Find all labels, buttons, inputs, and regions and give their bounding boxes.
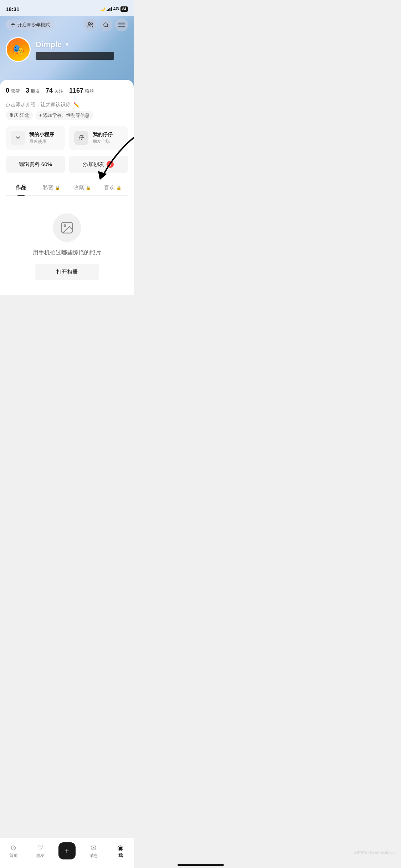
zaizai-icon: 仔 [74,131,88,145]
quick-action-mini-programs[interactable]: ✳ 我的小程序 最近使用 [6,126,65,150]
username: Dimple [36,40,62,49]
header-nav: ☂ 开启青少年模式 [6,19,128,31]
notification-badge: 1 [107,161,114,168]
zaizai-subtitle: 朋友广场 [93,139,113,145]
mini-programs-icon: ✳ [11,131,25,145]
lock-icon-like: 🔒 [116,185,122,190]
avatar-container[interactable]: 🎭 [6,37,31,62]
user-id-bar [36,52,114,60]
stat-friends[interactable]: 3 朋友 [26,87,40,94]
lock-icon-collect: 🔒 [86,185,91,190]
status-icons: 🌙 4G 84 [100,6,128,12]
bio-text[interactable]: 点击添加介绍，让大家认识你 ✏️ [6,102,128,108]
following-label: 关注 [54,88,63,94]
search-icon-button[interactable] [99,19,112,31]
dropdown-icon[interactable]: ▼ [65,42,70,47]
bio-placeholder: 点击添加介绍，让大家认识你 [6,102,71,108]
lock-icon-private: 🔒 [55,185,60,190]
action-buttons: 编辑资料 60% 添加朋友 1 [6,156,128,173]
quick-actions: ✳ 我的小程序 最近使用 仔 我的仔仔 朋友广场 [6,126,128,150]
tab-collect[interactable]: 收藏 🔒 [67,180,98,195]
stat-likes[interactable]: 0 获赞 [6,87,20,94]
empty-icon-circle [53,213,81,242]
svg-point-1 [91,23,93,25]
teen-mode-label: 开启青少年模式 [17,22,50,28]
add-tag-button[interactable]: + 添加学校、性别等信息 [36,111,93,120]
moon-icon: 🌙 [100,6,105,11]
username-row: Dimple ▼ [36,40,128,49]
tab-private-label: 私密 [43,184,53,191]
mini-programs-title: 我的小程序 [29,131,54,138]
stat-fans[interactable]: 1167 粉丝 [69,87,94,94]
edit-profile-button[interactable]: 编辑资料 60% [6,156,65,173]
tab-private[interactable]: 私密 🔒 [36,180,67,195]
bio-section: 点击添加介绍，让大家认识你 ✏️ 重庆·江北 + 添加学校、性别等信息 [6,102,128,120]
status-time: 18:31 [6,6,19,12]
tab-works[interactable]: 作品 [6,180,36,195]
avatar: 🎭 [6,37,31,62]
empty-state: 用手机拍过哪些惊艳的照片 打开相册 [6,206,128,288]
signal-icon [107,7,112,11]
nav-icons [84,19,128,31]
svg-point-2 [104,23,108,27]
network-label: 4G [113,6,119,11]
teen-mode-icon: ☂ [11,22,15,28]
svg-point-7 [64,225,66,227]
likes-label: 获赞 [11,88,20,94]
empty-text: 用手机拍过哪些惊艳的照片 [33,249,101,257]
add-friend-label: 添加朋友 [83,161,104,168]
tab-like[interactable]: 喜欢 🔒 [97,180,128,195]
svg-point-0 [88,22,91,25]
friends-number: 3 [26,87,29,94]
avatar-image: 🎭 [7,38,30,61]
status-bar: 18:31 🌙 4G 84 [0,0,134,16]
fans-label: 粉丝 [85,88,94,94]
stats-row: 0 获赞 3 朋友 74 关注 1167 粉丝 [6,87,128,94]
tab-collect-label: 收藏 [73,184,84,191]
menu-icon-button[interactable] [115,19,128,31]
zaizai-title: 我的仔仔 [93,131,113,138]
photo-icon [60,221,74,235]
following-number: 74 [46,87,53,94]
tab-like-label: 喜欢 [104,184,115,191]
friends-label: 朋友 [31,88,40,94]
teen-mode-button[interactable]: ☂ 开启青少年模式 [6,20,55,30]
profile-text: Dimple ▼ [36,37,128,60]
tags-row: 重庆·江北 + 添加学校、性别等信息 [6,111,128,120]
mini-programs-subtitle: 最近使用 [29,139,54,145]
quick-action-zaizai[interactable]: 仔 我的仔仔 朋友广场 [69,126,128,150]
fans-number: 1167 [69,87,83,94]
quick-action-text-1: 我的小程序 最近使用 [29,131,54,145]
friends-icon-button[interactable] [84,19,97,31]
profile-header: ☂ 开启青少年模式 [0,16,134,87]
edit-pencil-icon[interactable]: ✏️ [73,102,79,108]
main-card: 0 获赞 3 朋友 74 关注 1167 粉丝 点击添加介绍，让大家认识你 ✏️… [0,80,134,295]
profile-info-header: 🎭 Dimple ▼ [6,37,128,62]
tab-works-label: 作品 [16,184,26,191]
content-tabs: 作品 私密 🔒 收藏 🔒 喜欢 🔒 [6,180,128,196]
location-tag: 重庆·江北 [6,111,33,120]
stat-following[interactable]: 74 关注 [46,87,63,94]
quick-action-text-2: 我的仔仔 朋友广场 [93,131,113,145]
add-friend-button[interactable]: 添加朋友 1 [69,156,128,173]
open-album-button[interactable]: 打开相册 [35,264,99,280]
battery-icon: 84 [120,6,128,12]
add-tag-label: + 添加学校、性别等信息 [39,112,89,119]
likes-number: 0 [6,87,9,94]
